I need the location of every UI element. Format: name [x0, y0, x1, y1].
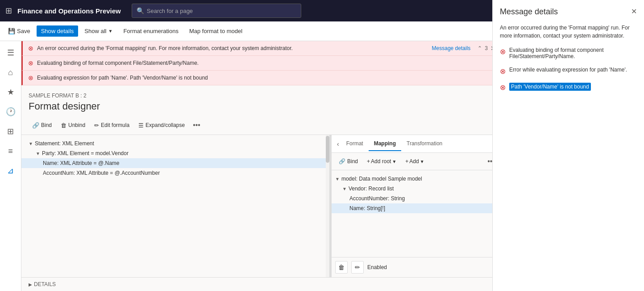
pencil-icon: ✏ — [355, 264, 360, 271]
data-tree-vendor[interactable]: ▼ Vendor: Record list — [332, 184, 501, 194]
sidebar-grid-icon[interactable]: ⊞ — [3, 123, 19, 139]
message-item-3: ⊗ Path 'Vendor/Name' is not bound — [500, 83, 637, 92]
main-area: ⊗ An error occurred during the 'Format m… — [21, 41, 501, 291]
error-text-1: An error occurred during the 'Format map… — [37, 45, 428, 51]
show-details-button[interactable]: Show details — [37, 25, 79, 37]
tab-transformation[interactable]: Transformation — [401, 137, 448, 151]
msg-error-icon-1: ⊗ — [500, 47, 506, 56]
expand-icon: ☰ — [138, 122, 144, 129]
toolbar-more-button[interactable]: ••• — [190, 119, 203, 131]
error-banner-2: ⊗ Evaluating binding of format component… — [21, 56, 501, 71]
sidebar-home-icon[interactable]: ⌂ — [3, 64, 19, 80]
chevron-down-icon-2: ▼ — [392, 159, 396, 164]
left-pane-scrollbar[interactable] — [326, 135, 329, 277]
sidebar-clock-icon[interactable]: 🕐 — [3, 104, 19, 120]
msg-item-text-1: Evaluating binding of format component F… — [509, 47, 637, 59]
data-tree-model[interactable]: ▼ model: Data model Sample model — [332, 174, 501, 184]
error-text-2: Evaluating binding of format component F… — [37, 60, 496, 66]
msg-error-icon-2: ⊗ — [500, 67, 506, 76]
add-icon: + — [367, 158, 370, 164]
tree-item-party[interactable]: ▼ Party: XML Element = model.Vendor — [21, 148, 329, 158]
tree-item-accountnum[interactable]: AccountNum: XML Attribute = @.AccountNum… — [21, 168, 329, 178]
tree-item-statement[interactable]: ▼ Statement: XML Element — [21, 139, 329, 148]
bind-tool-button[interactable]: 🔗 Bind — [29, 120, 55, 131]
sidebar-filter-icon[interactable]: ⊿ — [3, 163, 19, 179]
error-nav-icon[interactable]: ⌃ — [478, 45, 482, 51]
search-bar[interactable]: 🔍 Search for a page — [132, 4, 301, 18]
save-button[interactable]: 💾 Save — [4, 25, 35, 37]
details-label: DETAILS — [34, 281, 56, 287]
delete-action-button[interactable]: 🗑 — [335, 261, 348, 274]
map-add-button[interactable]: + Add ▼ — [402, 156, 428, 166]
grid-icon[interactable]: ⊞ — [5, 6, 12, 16]
bind-icon: 🔗 — [32, 122, 39, 129]
data-tree-accountnumber[interactable]: AccountNumber: String — [332, 194, 501, 203]
map-bind-button[interactable]: 🔗 Bind — [335, 156, 361, 166]
tree-item-name[interactable]: Name: XML Attribute = @.Name — [21, 158, 329, 168]
format-enumerations-button[interactable]: Format enumerations — [119, 25, 183, 37]
tab-format[interactable]: Format — [341, 137, 369, 151]
msg-error-icon-3: ⊗ — [500, 83, 506, 92]
expand-collapse-button[interactable]: ☰ Expand/collapse — [135, 120, 188, 131]
details-section[interactable]: ▶ DETAILS — [21, 277, 501, 291]
error-icon-1: ⊗ — [28, 45, 33, 52]
data-tree-name[interactable]: Name: String[!] — [332, 203, 501, 213]
chevron-down-icon: ▼ — [108, 29, 113, 34]
model-arrow: ▼ — [335, 177, 340, 181]
details-arrow: ▶ — [29, 282, 32, 287]
mapping-pane: ‹ Format Mapping Transformation › 🔗 Bind — [332, 135, 501, 277]
message-details-link[interactable]: Message details — [432, 45, 471, 51]
tree-arrow-2: ▼ — [36, 151, 40, 156]
chevron-down-icon-3: ▼ — [420, 159, 424, 164]
message-items: ⊗ Evaluating binding of format component… — [493, 47, 644, 92]
search-placeholder: Search for a page — [147, 8, 193, 14]
show-all-button[interactable]: Show all ▼ — [80, 25, 117, 37]
message-item-1: ⊗ Evaluating binding of format component… — [500, 47, 637, 59]
map-bind-icon: 🔗 — [339, 158, 345, 164]
message-close-button[interactable]: ✕ — [631, 7, 637, 16]
designer-toolbar: 🔗 Bind 🗑 Unbind ✏ Edit formula ☰ Expand/… — [21, 118, 501, 135]
msg-item-text-2: Error while evaluating expression for pa… — [509, 67, 627, 73]
sidebar-list-icon[interactable]: ≡ — [3, 143, 19, 159]
message-item-2: ⊗ Error while evaluating expression for … — [500, 67, 637, 76]
unbind-icon: 🗑 — [61, 122, 66, 129]
data-tree: ▼ model: Data model Sample model ▼ Vendo… — [332, 170, 501, 257]
error-icon-3: ⊗ — [28, 74, 33, 81]
tab-prev-arrow[interactable]: ‹ — [335, 139, 341, 149]
edit-action-button[interactable]: ✏ — [351, 261, 364, 274]
error-icon-2: ⊗ — [28, 59, 33, 67]
format-tree: ▼ Statement: XML Element ▼ Party: XML El… — [21, 135, 330, 277]
tree-arrow-1: ▼ — [29, 141, 33, 146]
unbind-tool-button[interactable]: 🗑 Unbind — [57, 120, 89, 131]
error-banner-3: ⊗ Evaluating expression for path 'Name'.… — [21, 71, 501, 85]
message-title: Message details — [500, 7, 558, 17]
enabled-label: Enabled — [367, 264, 387, 270]
left-pane-scrollbar-thumb — [326, 136, 329, 163]
add-icon-2: + — [405, 158, 408, 164]
bottom-area: 🗑 ✏ Enabled — [332, 257, 501, 277]
split-pane: ▼ Statement: XML Element ▼ Party: XML El… — [21, 135, 501, 277]
app-title: Finance and Operations Preview — [17, 7, 121, 15]
error-banner-1: ⊗ An error occurred during the 'Format m… — [21, 41, 501, 56]
sample-label: SAMPLE FORMAT B : 2 — [29, 93, 494, 99]
search-icon: 🔍 — [137, 7, 144, 14]
edit-formula-button[interactable]: ✏ Edit formula — [91, 120, 133, 131]
map-add-root-button[interactable]: + Add root ▼ — [363, 156, 400, 166]
vendor-arrow: ▼ — [342, 186, 347, 191]
error-text-3: Evaluating expression for path 'Name'. P… — [37, 75, 496, 81]
message-header: Message details ✕ — [493, 0, 644, 24]
trash-icon: 🗑 — [338, 264, 345, 271]
msg-item-text-3: Path 'Vendor/Name' is not bound — [509, 83, 591, 91]
message-description: An error occurred during the 'Format map… — [493, 24, 644, 47]
formula-icon: ✏ — [94, 122, 99, 129]
tab-mapping[interactable]: Mapping — [369, 137, 401, 151]
map-format-to-model-button[interactable]: Map format to model — [185, 25, 247, 37]
designer-header: SAMPLE FORMAT B : 2 Format designer — [21, 85, 501, 118]
designer-title: Format designer — [29, 101, 494, 112]
sidebar-star-icon[interactable]: ★ — [3, 84, 19, 100]
mapping-toolbar: 🔗 Bind + Add root ▼ + Add ▼ ••• — [332, 153, 501, 170]
sidebar-menu-icon[interactable]: ☰ — [3, 45, 19, 61]
save-icon: 💾 — [8, 28, 15, 34]
left-sidebar: ☰ ⌂ ★ 🕐 ⊞ ≡ ⊿ — [0, 41, 21, 291]
mapping-tabs: ‹ Format Mapping Transformation › — [332, 135, 501, 153]
